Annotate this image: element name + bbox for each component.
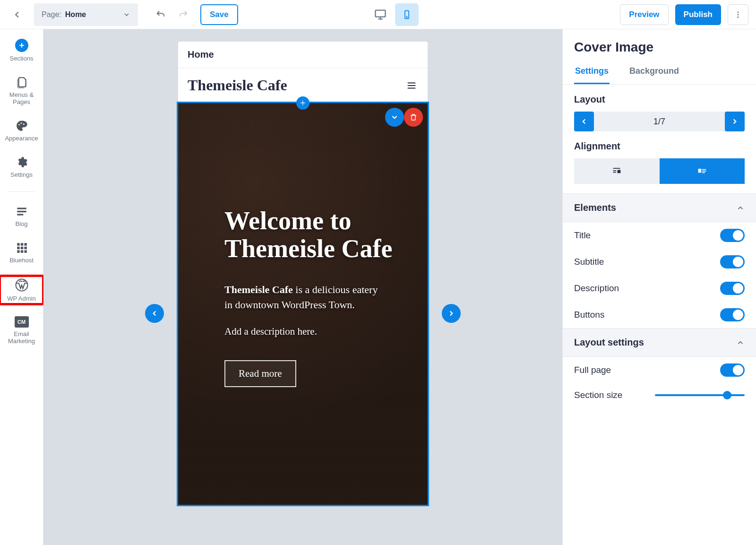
carousel-next-button[interactable] — [442, 304, 461, 323]
section-size-slider[interactable] — [655, 394, 745, 396]
publish-button[interactable]: Publish — [675, 4, 721, 25]
svg-rect-10 — [17, 211, 26, 212]
toggle-fullpage[interactable] — [720, 363, 745, 377]
layout-counter: 1/7 — [594, 112, 725, 131]
svg-rect-19 — [20, 250, 23, 252]
sidebar-item-sections[interactable]: Sections — [0, 37, 43, 64]
back-button[interactable] — [8, 5, 26, 24]
tab-background[interactable]: Background — [628, 60, 680, 84]
toggle-subtitle[interactable] — [720, 255, 745, 268]
plus-circle-icon — [15, 39, 28, 52]
sidebar-label: Appearance — [5, 135, 38, 142]
device-mobile-button[interactable] — [395, 3, 419, 26]
svg-point-8 — [23, 123, 24, 125]
pages-icon — [16, 76, 28, 88]
left-sidebar: Sections Menus & Pages Appearance Settin… — [0, 29, 43, 545]
alignment-label: Alignment — [574, 141, 745, 152]
svg-rect-0 — [375, 10, 385, 17]
tab-settings[interactable]: Settings — [574, 60, 610, 84]
sidebar-label: Email Marketing — [1, 330, 42, 345]
toggle-label: Description — [574, 283, 619, 294]
layout-next-button[interactable] — [725, 112, 745, 131]
sidebar-item-bluehost[interactable]: Bluehost — [0, 240, 43, 266]
sidebar-label: Sections — [10, 55, 34, 62]
arrow-left-icon — [580, 117, 588, 126]
toggle-label: Subtitle — [574, 257, 604, 267]
toggle-fullpage-row: Full page — [563, 357, 756, 383]
toggle-description-row: Description — [563, 275, 756, 302]
blog-icon — [16, 205, 28, 217]
svg-rect-24 — [618, 170, 621, 173]
gear-icon — [16, 156, 28, 168]
toggle-title[interactable] — [720, 229, 745, 242]
read-more-button[interactable]: Read more — [224, 360, 296, 387]
toggle-label: Buttons — [574, 310, 604, 320]
sidebar-item-wpadmin[interactable]: WP Admin — [0, 276, 43, 304]
preview-label: Preview — [629, 10, 659, 19]
canvas[interactable]: Home Themeisle Cafe + — [43, 29, 562, 545]
chevron-down-icon — [390, 113, 399, 121]
desktop-icon — [374, 8, 387, 21]
sidebar-item-appearance[interactable]: Appearance — [0, 118, 43, 144]
toggle-title-row: Title — [563, 222, 756, 249]
svg-point-3 — [738, 11, 739, 13]
toggle-buttons[interactable] — [720, 308, 745, 321]
sidebar-item-email-marketing[interactable]: CM Email Marketing — [0, 314, 43, 346]
redo-button[interactable] — [174, 5, 193, 24]
save-label: Save — [210, 10, 229, 19]
hero-description[interactable]: Themeisle Cafe is a delicious eatery in … — [224, 282, 385, 312]
toggle-label: Title — [574, 230, 591, 241]
section-options-button[interactable] — [385, 108, 404, 127]
accordion-label: Layout settings — [574, 337, 644, 348]
svg-point-7 — [20, 122, 22, 124]
layout-settings-accordion[interactable]: Layout settings — [563, 328, 756, 357]
mobile-preview: Home Themeisle Cafe + — [178, 42, 428, 505]
arrow-left-icon — [12, 9, 22, 20]
sidebar-item-menus-pages[interactable]: Menus & Pages — [0, 74, 43, 107]
undo-icon — [155, 9, 166, 20]
sidebar-label: Blog — [15, 220, 27, 227]
kebab-icon — [734, 10, 742, 19]
preview-button[interactable]: Preview — [620, 4, 668, 25]
svg-rect-30 — [702, 173, 705, 173]
hamburger-icon[interactable] — [405, 80, 418, 91]
toggle-label: Full page — [574, 365, 611, 375]
chevron-up-icon — [736, 338, 745, 347]
more-menu-button[interactable] — [728, 4, 748, 25]
align-left-button[interactable] — [660, 158, 745, 184]
undo-button[interactable] — [151, 5, 170, 24]
svg-rect-9 — [17, 208, 26, 209]
toggle-description[interactable] — [720, 282, 745, 295]
sidebar-item-settings[interactable]: Settings — [0, 154, 43, 180]
svg-rect-11 — [17, 214, 23, 215]
align-center-button[interactable] — [574, 158, 660, 184]
add-section-button[interactable]: + — [296, 96, 309, 110]
arrow-right-icon — [730, 117, 739, 126]
align-center-icon — [610, 166, 623, 176]
save-button[interactable]: Save — [200, 4, 238, 25]
chevron-up-icon — [736, 204, 745, 212]
page-selector[interactable]: Page: Home — [34, 3, 138, 26]
chevron-down-icon — [123, 11, 130, 18]
hero-title[interactable]: Welcome to Themeisle Cafe — [224, 207, 413, 263]
slider-label: Section size — [574, 390, 622, 400]
svg-rect-14 — [24, 243, 26, 245]
sidebar-label: WP Admin — [7, 295, 35, 302]
cover-section[interactable]: + Welcome to Themeisle Cafe Themeisle Ca… — [178, 103, 428, 505]
sidebar-item-blog[interactable]: Blog — [0, 203, 43, 229]
svg-rect-17 — [24, 247, 26, 249]
cm-badge-icon: CM — [15, 316, 29, 328]
delete-section-button[interactable] — [404, 108, 423, 127]
device-desktop-button[interactable] — [369, 3, 392, 26]
grid-icon — [16, 242, 28, 254]
elements-accordion[interactable]: Elements — [563, 193, 756, 222]
svg-rect-12 — [17, 243, 19, 245]
divider — [9, 191, 34, 192]
hero-description-2[interactable]: Add a description here. — [224, 326, 413, 337]
carousel-prev-button[interactable] — [145, 304, 164, 323]
sidebar-label: Menus & Pages — [1, 91, 42, 105]
layout-label: Layout — [574, 94, 745, 105]
trash-icon — [409, 113, 418, 121]
svg-rect-15 — [17, 247, 19, 249]
layout-prev-button[interactable] — [574, 112, 594, 131]
